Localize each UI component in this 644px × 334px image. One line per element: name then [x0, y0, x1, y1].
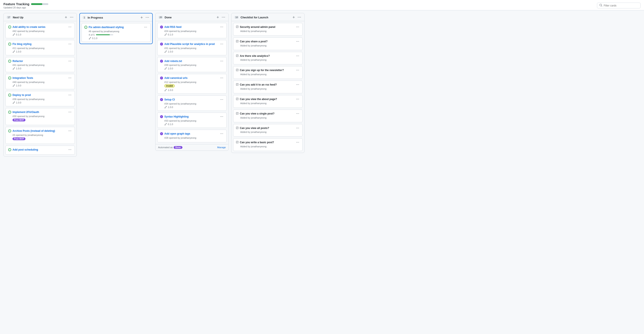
card-title: Can you view the about page?	[240, 97, 277, 101]
card-menu-button[interactable]	[68, 42, 72, 46]
card-title-row: Implement 2FA/Oauth	[8, 110, 39, 114]
card-menu-button[interactable]	[296, 25, 300, 29]
card[interactable]: Are there site analytics? Added by jonat…	[233, 52, 302, 65]
card[interactable]: Can you view the about page? Added by jo…	[233, 95, 302, 108]
card-title-row: Can you view all posts?	[236, 126, 269, 130]
card-title-row: Add open graph tags	[160, 132, 190, 136]
card[interactable]: Add RSS feed #24 opened by jonathanyeong…	[157, 23, 227, 38]
card-title-row: Archive Posts (instead of deleting)	[8, 129, 55, 133]
automated-label: Automated as Done	[158, 146, 182, 149]
card-menu-button[interactable]	[296, 112, 300, 115]
card-menu-button[interactable]	[68, 110, 72, 114]
card[interactable]: Syntax Highlighting #33 opened by jonath…	[157, 113, 227, 128]
status-icon	[8, 26, 11, 29]
card-meta: #6 opened by jonathanyeong	[84, 30, 148, 33]
card-menu-button[interactable]	[68, 76, 72, 80]
page-title: Feature Tracking	[4, 2, 29, 6]
checklist-icon	[236, 83, 238, 86]
card-menu-button[interactable]	[296, 97, 300, 101]
card-meta: Added by jonathanyeong	[236, 73, 300, 76]
card-version: 0.1.0	[168, 123, 173, 125]
card-title: Implement 2FA/Oauth	[12, 110, 39, 114]
card-title-row: Syntax Highlighting	[160, 115, 189, 119]
add-card-button[interactable]	[64, 15, 68, 19]
card[interactable]: Can you sign up for the newsletter? Adde…	[233, 66, 302, 79]
card-footer: 0.1.0	[84, 37, 148, 40]
filter-input-wrapper[interactable]	[597, 3, 640, 9]
card-footer: 1.0.0	[160, 67, 224, 70]
card-menu-button[interactable]	[296, 40, 300, 43]
card-title: Archive Posts (instead of deleting)	[12, 129, 55, 133]
card-menu-button[interactable]	[296, 141, 300, 144]
card-menu-button[interactable]	[220, 25, 224, 29]
card-menu-button[interactable]	[220, 132, 224, 135]
card[interactable]: Add Plausible script for analytics in pr…	[157, 40, 227, 55]
card[interactable]: Can you view a single post? Added by jon…	[233, 109, 302, 122]
card-header: Archive Posts (instead of deleting)	[8, 129, 72, 133]
card[interactable]: Refactor #41 opened by jonathanyeong 1.0…	[6, 57, 75, 72]
card-menu-button[interactable]	[296, 126, 300, 130]
card-title: Can you view a single post?	[240, 112, 274, 116]
card-menu-button[interactable]	[144, 26, 148, 29]
manage-link[interactable]: Manage	[217, 146, 226, 149]
card[interactable]: Fix admin dashboard styling #6 opened by…	[82, 23, 150, 42]
card-header: Can you add it to an rss feed?	[236, 83, 300, 87]
card-menu-button[interactable]	[296, 54, 300, 58]
card[interactable]: Add open graph tags #28 opened by jonath…	[157, 130, 227, 142]
status-icon	[8, 43, 11, 46]
card-title-row: Add RSS feed	[160, 25, 182, 29]
card-menu-button[interactable]	[220, 42, 224, 46]
add-card-button[interactable]	[291, 15, 296, 19]
filter-input[interactable]	[604, 4, 638, 7]
card-menu-button[interactable]	[68, 25, 72, 29]
column-header-next-up: 17 Next Up	[4, 13, 76, 21]
card[interactable]: Fix blog styling #11 opened by jonathany…	[6, 40, 75, 55]
card[interactable]: Can you view all posts? Added by jonatha…	[233, 124, 302, 137]
card[interactable]: Implement 2FA/Oauth #30 opened by jonath…	[6, 108, 75, 125]
card[interactable]: Add canonical urls #12 opened by jonatha…	[157, 74, 227, 94]
column-checklist: 10 Checklist for Launch Security around …	[231, 13, 304, 153]
card-menu-button[interactable]	[296, 69, 300, 72]
card[interactable]: Deploy to prod #36 opened by jonathanyeo…	[6, 91, 75, 106]
search-icon	[599, 4, 602, 7]
card-title: Add post scheduling	[12, 148, 38, 152]
status-icon	[160, 98, 163, 101]
card[interactable]: Can you share a post? Added by jonathany…	[233, 37, 302, 50]
card-title: Integration Tests	[12, 76, 33, 80]
card-menu-button[interactable]	[68, 148, 72, 151]
card-menu-button[interactable]	[220, 76, 224, 80]
card[interactable]: Add post scheduling	[6, 146, 75, 155]
card[interactable]: Archive Posts (instead of deleting) #3 o…	[6, 127, 75, 144]
card-menu-button[interactable]	[68, 129, 72, 133]
card-header: Are there site analytics?	[236, 54, 300, 58]
col-menu-button[interactable]	[221, 15, 226, 19]
col-menu-button[interactable]	[69, 15, 74, 19]
card[interactable]: Integration Tests #40 opened by jonathan…	[6, 74, 75, 89]
card-footer: 1.0.0	[8, 84, 72, 87]
col-menu-button[interactable]	[145, 16, 150, 20]
card-title-row: Can you write a basic post?	[236, 141, 274, 144]
card-menu-button[interactable]	[296, 83, 300, 86]
card-menu-button[interactable]	[68, 59, 72, 63]
status-icon	[160, 76, 163, 80]
card[interactable]: Security around admin panel Added by jon…	[233, 23, 302, 36]
card[interactable]: Can you add it to an rss feed? Added by …	[233, 81, 302, 93]
card-menu-button[interactable]	[220, 59, 224, 63]
card-menu-button[interactable]	[68, 93, 72, 97]
card-header: Integration Tests	[8, 76, 72, 80]
card-meta: Added by jonathanyeong	[236, 131, 300, 133]
card-header: Can you write a basic post?	[236, 141, 300, 144]
card-title: Can you add it to an rss feed?	[240, 83, 277, 87]
card-menu-button[interactable]	[220, 115, 224, 118]
card[interactable]: Setup CI #34 opened by jonathanyeong 1.0…	[157, 95, 227, 111]
card-header: Fix blog styling	[8, 42, 72, 46]
col-menu-button[interactable]	[297, 15, 302, 19]
add-card-button[interactable]	[216, 15, 220, 19]
col-count: 20	[158, 16, 163, 19]
card[interactable]: Can you write a basic post? Added by jon…	[233, 138, 302, 151]
card-menu-button[interactable]	[220, 98, 224, 101]
card-title-row: Can you view the about page?	[236, 97, 277, 101]
card[interactable]: Add robots.txt #39 opened by jonathanyeo…	[157, 57, 227, 72]
add-card-button[interactable]	[139, 16, 144, 20]
card[interactable]: Add ability to create series #42 opened …	[6, 23, 75, 38]
